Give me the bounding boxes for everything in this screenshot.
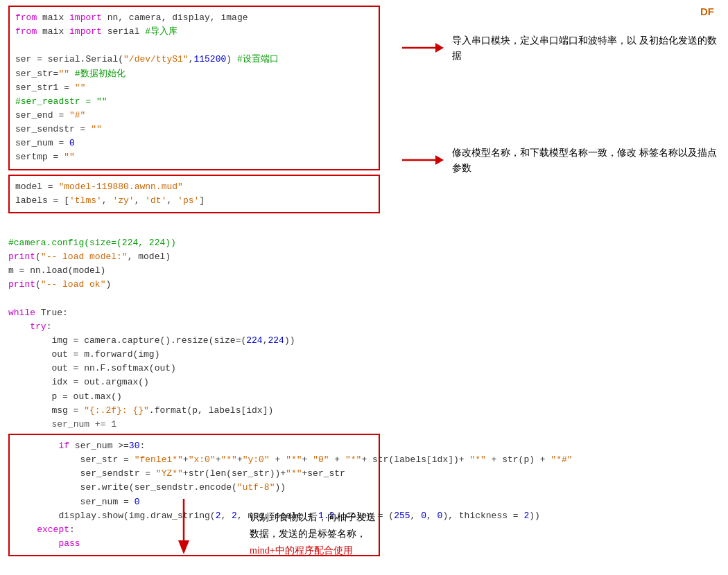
bottom-annotation-line3: mind+中的程序配合使用: [250, 542, 376, 559]
code-line-13: labels = ['tlms', 'zy', 'dt', 'ps']: [15, 194, 373, 208]
code-area: from maix import nn, camera, display, im…: [0, 0, 388, 565]
code-line-16: print("-- load model:", model): [8, 250, 380, 264]
svg-marker-3: [435, 155, 444, 165]
code-line-2: from maix import serial #导入库: [15, 25, 373, 39]
annotation-text-1: 导入串口模块，定义串口端口和波特率，以 及初始化发送的数据: [452, 33, 721, 64]
bottom-annotation: 识别到食物以后，向柚子发送 数据，发送的是标签名称， mind+中的程序配合使用: [250, 509, 376, 558]
bottom-arrow-container: [173, 499, 194, 557]
code-line-26: p = out.max(): [8, 390, 380, 404]
code-line-7: #ser_readstr = "": [15, 95, 373, 109]
code-line-11: sertmp = "": [15, 150, 373, 164]
code-line-29: if ser_num >=30:: [15, 439, 373, 453]
code-box-1: from maix import nn, camera, display, im…: [8, 6, 380, 170]
code-line-23: out = m.forward(img): [8, 348, 380, 362]
code-line-19: [8, 292, 380, 306]
code-line-25: idx = out.argmax(): [8, 375, 380, 389]
code-line-21: try:: [8, 320, 380, 334]
code-line-18: print("-- load ok"): [8, 278, 380, 292]
code-line-33: ser_num = 0: [15, 495, 373, 509]
bottom-annotation-line2: 数据，发送的是标签名称，: [250, 526, 376, 542]
code-line-22: img = camera.capture().resize(size=(224,…: [8, 334, 380, 348]
svg-marker-1: [435, 43, 444, 53]
code-line-10: ser_num = 0: [15, 136, 373, 150]
code-line-31: ser_sendstr = "YZ*"+str(len(ser_str))+"*…: [15, 467, 373, 481]
svg-marker-5: [178, 540, 189, 554]
code-line-9: ser_sendstr = "": [15, 123, 373, 136]
code-line-14: [8, 222, 380, 236]
page-container: DF from maix import nn, camera, display,…: [0, 0, 728, 575]
code-line-27: msg = "{:.2f}: {}".format(p, labels[idx]…: [8, 404, 380, 418]
code-line-15: #camera.config(size=(224, 224)): [8, 236, 380, 250]
arrow-down: [173, 499, 194, 554]
code-line-12: model = "model-119880.awnn.mud": [15, 180, 373, 194]
code-line-6: ser_str1 = "": [15, 81, 373, 95]
code-line-17: m = nn.load(model): [8, 264, 380, 278]
code-line-3: [15, 39, 373, 53]
arrow-right-2: [402, 150, 444, 170]
arrow-right-1: [402, 37, 444, 58]
code-line-5: ser_str="" #数据初始化: [15, 67, 373, 81]
code-line-32: ser.write(ser_sendstr.encode("utf-8")): [15, 481, 373, 495]
code-line-1: from maix import nn, camera, display, im…: [15, 11, 373, 25]
annotation-text-2: 修改模型名称，和下载模型名称一致，修改 标签名称以及描点参数: [452, 145, 721, 177]
code-line-8: ser_end = "#": [15, 109, 373, 123]
code-box-2: model = "model-119880.awnn.mud" labels =…: [8, 175, 380, 213]
df-label: DF: [700, 6, 714, 17]
code-line-20: while True:: [8, 306, 380, 320]
code-line-24: out = nn.F.softmax(out): [8, 362, 380, 375]
annotation-2: 修改模型名称，和下载模型名称一致，修改 标签名称以及描点参数: [402, 145, 721, 177]
code-plain-1: #camera.config(size=(224, 224)) print("-…: [8, 220, 380, 434]
annotation-1: 导入串口模块，定义串口端口和波特率，以 及初始化发送的数据: [402, 33, 721, 64]
bottom-annotation-line1: 识别到食物以后，向柚子发送: [250, 509, 376, 526]
code-line-30: ser_str = "fenlei*"+"x:0"+"*"+"y:0" + "*…: [15, 453, 373, 467]
code-line-28: ser_num += 1: [8, 418, 380, 432]
code-line-4: ser = serial.Serial("/dev/ttyS1",115200)…: [15, 53, 373, 67]
